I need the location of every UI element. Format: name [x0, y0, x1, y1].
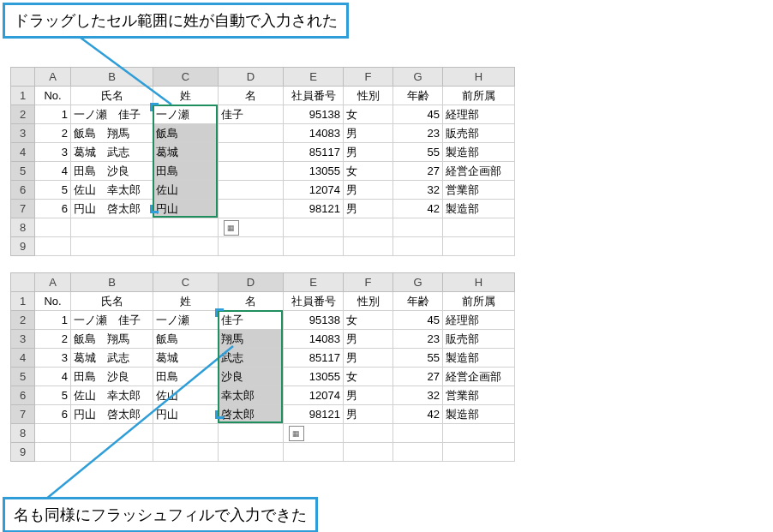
cell[interactable]: [393, 424, 443, 443]
cell[interactable]: 円山 啓太郎: [71, 405, 153, 424]
col-header-F[interactable]: F: [344, 68, 393, 87]
cell[interactable]: 2: [35, 124, 71, 143]
cell[interactable]: [219, 200, 284, 218]
col-header-G[interactable]: G: [393, 68, 443, 87]
cell[interactable]: 前所属: [443, 292, 515, 311]
cell[interactable]: 飯島: [153, 330, 219, 349]
col-header-E[interactable]: E: [284, 68, 344, 87]
cell[interactable]: 氏名: [71, 292, 153, 311]
cell[interactable]: [153, 424, 219, 443]
col-header-H[interactable]: H: [443, 68, 515, 87]
cell[interactable]: [153, 218, 219, 237]
cell[interactable]: [284, 218, 344, 237]
cell[interactable]: 田島 沙良: [71, 162, 153, 181]
cell[interactable]: 円山 啓太郎: [71, 200, 153, 218]
cell[interactable]: 男: [344, 330, 393, 349]
cell[interactable]: [71, 218, 153, 237]
cell[interactable]: 佳子: [219, 105, 284, 124]
cell[interactable]: 翔馬: [219, 330, 284, 349]
col-header-C[interactable]: C: [153, 273, 219, 292]
cell[interactable]: 経営企画部: [443, 162, 515, 181]
cell[interactable]: 製造部: [443, 143, 515, 162]
row-header-2[interactable]: 2: [11, 105, 35, 124]
spreadsheet-1[interactable]: A B C D E F G H 1 No. 氏名 姓 名 社員番号 性別 年齢 …: [10, 67, 515, 256]
col-header-A[interactable]: A: [35, 273, 71, 292]
cell[interactable]: [219, 443, 284, 462]
row-header-5[interactable]: 5: [11, 162, 35, 181]
row-header-2[interactable]: 2: [11, 311, 35, 330]
cell[interactable]: 23: [393, 124, 443, 143]
row-header-4[interactable]: 4: [11, 349, 35, 368]
cell[interactable]: 23: [393, 330, 443, 349]
cell[interactable]: 佐山 幸太郎: [71, 181, 153, 200]
cell[interactable]: 葛城 武志: [71, 349, 153, 368]
cell[interactable]: 飯島 翔馬: [71, 330, 153, 349]
cell[interactable]: 葛城: [153, 349, 219, 368]
cell[interactable]: 一ノ瀬: [153, 105, 219, 124]
spreadsheet-2[interactable]: A B C D E F G H 1 No. 氏名 姓 名 社員番号 性別 年齢 …: [10, 272, 515, 462]
cell[interactable]: 田島 沙良: [71, 368, 153, 386]
cell[interactable]: 経理部: [443, 105, 515, 124]
row-header-1[interactable]: 1: [11, 87, 35, 105]
cell[interactable]: [219, 162, 284, 181]
col-header-G[interactable]: G: [393, 273, 443, 292]
cell[interactable]: 女: [344, 105, 393, 124]
cell[interactable]: 男: [344, 349, 393, 368]
cell[interactable]: 3: [35, 143, 71, 162]
cell[interactable]: 42: [393, 200, 443, 218]
cell[interactable]: [443, 218, 515, 237]
cell[interactable]: [284, 443, 344, 462]
cell[interactable]: 佐山: [153, 181, 219, 200]
cell[interactable]: [393, 218, 443, 237]
cell[interactable]: [35, 424, 71, 443]
cell[interactable]: 95138: [284, 311, 344, 330]
cell[interactable]: 5: [35, 181, 71, 200]
cell[interactable]: 営業部: [443, 386, 515, 405]
cell[interactable]: [71, 237, 153, 256]
col-header-C[interactable]: C: [153, 68, 219, 87]
cell[interactable]: [219, 237, 284, 256]
cell[interactable]: 女: [344, 368, 393, 386]
cell[interactable]: [443, 424, 515, 443]
cell[interactable]: 13055: [284, 368, 344, 386]
cell[interactable]: 男: [344, 200, 393, 218]
col-header-D[interactable]: D: [219, 68, 284, 87]
cell[interactable]: [71, 443, 153, 462]
cell[interactable]: 飯島: [153, 124, 219, 143]
row-header-5[interactable]: 5: [11, 368, 35, 386]
cell[interactable]: 6: [35, 200, 71, 218]
cell[interactable]: [35, 218, 71, 237]
cell[interactable]: 性別: [344, 87, 393, 105]
row-header-7[interactable]: 7: [11, 405, 35, 424]
cell[interactable]: 1: [35, 105, 71, 124]
corner-cell[interactable]: [11, 68, 35, 87]
cell[interactable]: 4: [35, 162, 71, 181]
cell[interactable]: 円山: [153, 200, 219, 218]
cell[interactable]: 年齢: [393, 87, 443, 105]
cell[interactable]: 武志: [219, 349, 284, 368]
cell[interactable]: [219, 218, 284, 237]
row-header-6[interactable]: 6: [11, 386, 35, 405]
cell[interactable]: 男: [344, 124, 393, 143]
cell[interactable]: [443, 237, 515, 256]
cell[interactable]: [443, 443, 515, 462]
cell[interactable]: [344, 237, 393, 256]
cell[interactable]: 性別: [344, 292, 393, 311]
cell[interactable]: 4: [35, 368, 71, 386]
cell[interactable]: [219, 181, 284, 200]
col-header-D[interactable]: D: [219, 273, 284, 292]
cell[interactable]: [344, 218, 393, 237]
col-header-F[interactable]: F: [344, 273, 393, 292]
cell[interactable]: 前所属: [443, 87, 515, 105]
row-header-8[interactable]: 8: [11, 218, 35, 237]
cell[interactable]: [71, 424, 153, 443]
cell[interactable]: No.: [35, 292, 71, 311]
cell[interactable]: 田島: [153, 162, 219, 181]
cell[interactable]: 12074: [284, 386, 344, 405]
cell[interactable]: [284, 424, 344, 443]
cell[interactable]: 一ノ瀬: [153, 311, 219, 330]
cell[interactable]: 12074: [284, 181, 344, 200]
cell[interactable]: 氏名: [71, 87, 153, 105]
cell[interactable]: 営業部: [443, 181, 515, 200]
cell[interactable]: [219, 124, 284, 143]
